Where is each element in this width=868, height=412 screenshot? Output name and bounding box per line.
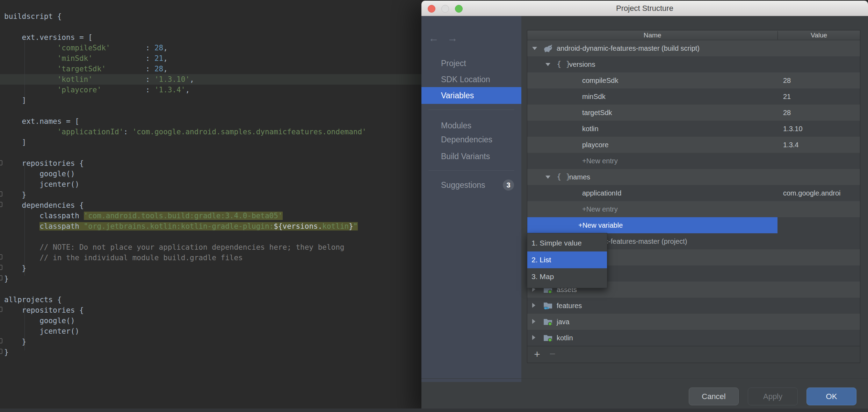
code-line[interactable]: } <box>4 347 367 357</box>
minimize-window-icon[interactable] <box>441 5 449 13</box>
code-line[interactable] <box>4 232 367 242</box>
sidebar-item-variables[interactable]: Variables <box>421 87 521 104</box>
value-cell[interactable]: 1.3.10 <box>783 121 857 137</box>
close-window-icon[interactable] <box>428 5 435 13</box>
code-line[interactable]: } <box>4 190 367 200</box>
back-arrow-icon[interactable]: ← <box>428 33 439 43</box>
code-line[interactable]: allprojects { <box>4 294 367 305</box>
popup-item-3-map[interactable]: 3. Map <box>527 268 607 285</box>
code-line[interactable]: google() <box>4 315 367 326</box>
table-row-kotlin[interactable]: kotlin1.3.10 <box>527 121 860 137</box>
table-row-versions[interactable]: { }versions <box>527 56 860 72</box>
name-cell[interactable]: +New entry <box>527 201 777 217</box>
expand-arrow-icon[interactable] <box>545 63 550 66</box>
code-line[interactable]: repositories { <box>4 158 367 169</box>
column-divider[interactable] <box>777 31 778 40</box>
name-cell[interactable]: { }versions <box>527 56 777 72</box>
table-row-applicationid[interactable]: applicationIdcom.google.androi <box>527 185 860 201</box>
sidebar-item-sdk-location[interactable]: SDK Location <box>421 71 521 88</box>
table-row-playcore[interactable]: playcore1.3.4 <box>527 137 860 153</box>
value-cell[interactable]: 1.3.4 <box>783 137 857 153</box>
fold-marker-icon[interactable] <box>0 265 2 270</box>
code-line[interactable] <box>4 148 367 158</box>
code-line[interactable]: // in the individual module build.gradle… <box>4 253 367 263</box>
table-row-kotlin[interactable]: kotlin <box>527 330 860 346</box>
code-line[interactable]: 'kotlin' : '1.3.10', <box>4 74 367 85</box>
name-cell[interactable]: { }names <box>527 169 777 185</box>
code-line[interactable]: ext.names = [ <box>4 116 367 127</box>
zoom-window-icon[interactable] <box>455 5 463 13</box>
code-line[interactable]: ext.versions = [ <box>4 32 367 43</box>
expand-arrow-icon[interactable] <box>532 47 537 50</box>
name-cell[interactable]: java <box>527 314 777 330</box>
sidebar-item-build-variants[interactable]: Build Variants <box>421 148 521 165</box>
table-row-java[interactable]: java <box>527 314 860 330</box>
add-variable-button[interactable]: + <box>531 348 543 361</box>
table-row-features[interactable]: features <box>527 298 860 314</box>
name-cell[interactable]: kotlin <box>527 121 777 137</box>
dialog-titlebar[interactable]: Project Structure <box>421 1 868 16</box>
fold-marker-icon[interactable] <box>0 307 2 312</box>
sidebar-item-dependencies[interactable]: Dependencies <box>421 131 521 148</box>
value-cell[interactable]: com.google.androi <box>783 185 857 201</box>
value-cell[interactable]: 28 <box>783 72 857 88</box>
code-line[interactable]: ] <box>4 137 367 148</box>
code-line[interactable]: classpath 'com.android.tools.build:gradl… <box>4 211 367 221</box>
code-line[interactable]: 'applicationId': 'com.google.android.sam… <box>4 127 367 137</box>
code-line[interactable]: // NOTE: Do not place your application d… <box>4 242 367 253</box>
code-editor[interactable]: buildscript { ext.versions = [ 'compileS… <box>0 0 421 409</box>
column-header-value[interactable]: Value <box>778 30 860 40</box>
code-line[interactable]: ] <box>4 95 367 106</box>
name-cell[interactable]: playcore <box>527 137 777 153</box>
name-cell[interactable]: +New variable <box>527 217 777 233</box>
fold-marker-icon[interactable] <box>0 202 2 207</box>
name-cell[interactable]: compileSdk <box>527 72 777 88</box>
code-line[interactable]: classpath "org.jetbrains.kotlin:kotlin-g… <box>4 221 367 232</box>
collapse-arrow-icon[interactable] <box>532 335 535 340</box>
ok-button[interactable]: OK <box>806 388 856 405</box>
collapse-arrow-icon[interactable] <box>532 303 535 308</box>
column-header-name[interactable]: Name <box>527 30 777 40</box>
code-line[interactable]: repositories { <box>4 305 367 315</box>
expand-arrow-icon[interactable] <box>545 176 550 179</box>
code-line[interactable]: } <box>4 263 367 274</box>
forward-arrow-icon[interactable]: → <box>447 33 458 43</box>
code-line[interactable]: 'minSdk' : 21, <box>4 53 367 64</box>
fold-marker-icon[interactable] <box>0 160 2 165</box>
fold-marker-icon[interactable] <box>0 349 2 354</box>
apply-button[interactable]: Apply <box>748 388 798 405</box>
table-row-new-entry[interactable]: +New entry <box>527 153 860 169</box>
table-row-android-dynamic-features-master-build-script[interactable]: android-dynamic-features-master (build s… <box>527 40 860 56</box>
name-cell[interactable]: applicationId <box>527 185 777 201</box>
table-row-compilesdk[interactable]: compileSdk28 <box>527 72 860 88</box>
table-row-names[interactable]: { }names <box>527 169 860 185</box>
name-cell[interactable]: +New entry <box>527 153 777 169</box>
value-cell[interactable]: 21 <box>783 88 857 105</box>
popup-item-2-list[interactable]: 2. List <box>527 251 607 268</box>
name-cell[interactable]: features <box>527 298 777 314</box>
code-line[interactable] <box>4 284 367 294</box>
name-cell[interactable]: android-dynamic-features-master (build s… <box>527 40 777 56</box>
name-cell[interactable]: targetSdk <box>527 105 777 121</box>
code-line[interactable]: jcenter() <box>4 179 367 190</box>
code-line[interactable]: 'compileSdk' : 28, <box>4 43 367 53</box>
name-cell[interactable]: minSdk <box>527 88 777 105</box>
code-line[interactable] <box>4 22 367 32</box>
fold-marker-icon[interactable] <box>0 191 2 197</box>
table-row-minsdk[interactable]: minSdk21 <box>527 88 860 105</box>
table-row-new-entry[interactable]: +New entry <box>527 201 860 217</box>
remove-variable-button[interactable]: − <box>546 348 559 361</box>
code-line[interactable]: buildscript { <box>4 11 367 22</box>
code-line[interactable]: google() <box>4 169 367 179</box>
code-line[interactable]: jcenter() <box>4 326 367 336</box>
cancel-button[interactable]: Cancel <box>689 388 739 405</box>
code-line[interactable] <box>4 106 367 116</box>
table-row-targetsdk[interactable]: targetSdk28 <box>527 105 860 121</box>
fold-marker-icon[interactable] <box>0 338 2 343</box>
popup-item-1-simple-value[interactable]: 1. Simple value <box>527 235 607 251</box>
code-line[interactable]: 'targetSdk' : 28, <box>4 64 367 74</box>
code-line[interactable]: dependencies { <box>4 200 367 211</box>
table-row-new-variable[interactable]: +New variable <box>527 217 860 233</box>
code-line[interactable]: } <box>4 274 367 284</box>
table-header[interactable]: Name Value <box>527 30 860 40</box>
